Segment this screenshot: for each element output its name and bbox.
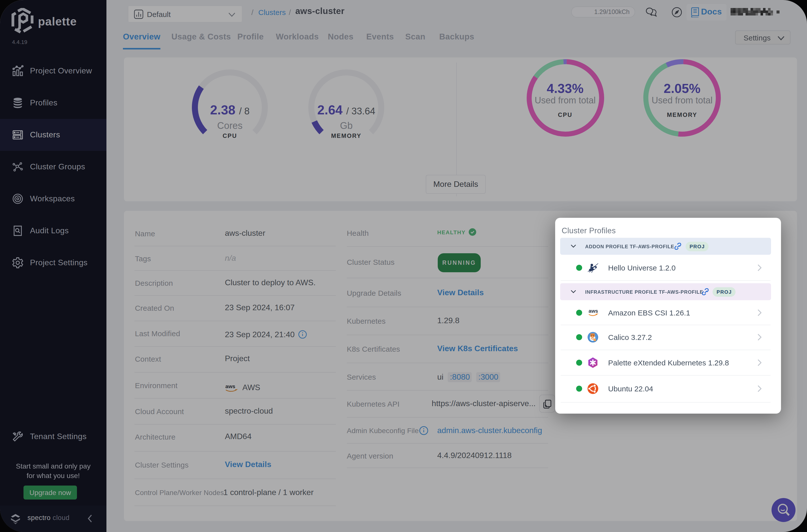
svg-text:aws: aws [589, 308, 598, 314]
